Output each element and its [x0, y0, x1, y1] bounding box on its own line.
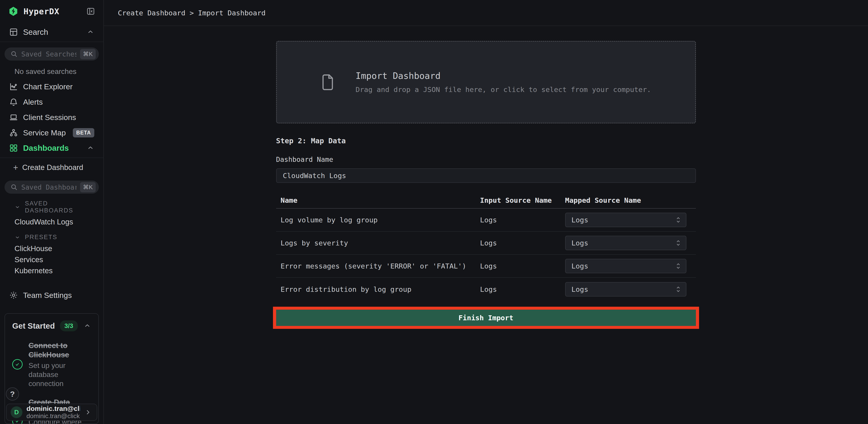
sidebar-item-clickhouse[interactable]: ClickHouse	[0, 243, 103, 254]
beta-badge: BETA	[73, 128, 94, 137]
finish-import-button[interactable]: Finish Import	[276, 309, 696, 326]
sidebar-item-team-settings[interactable]: Team Settings	[0, 288, 103, 303]
input-source-cell: Logs	[480, 262, 565, 270]
table-row: Error messages (severity 'ERROR' or 'FAT…	[276, 255, 696, 278]
table-row: Error distribution by log group Logs Log…	[276, 278, 696, 301]
hyperdx-logo-icon	[8, 6, 19, 17]
chart-name-cell: Error distribution by log group	[276, 285, 480, 293]
sidebar-item-cloudwatch-logs[interactable]: CloudWatch Logs	[0, 216, 103, 227]
chevron-up-icon	[84, 322, 91, 330]
saved-searches-input[interactable]	[21, 50, 76, 58]
help-button[interactable]: ?	[6, 387, 19, 400]
sidebar: HyperDX Search ⌘K No saved searches	[0, 0, 104, 424]
input-source-cell: Logs	[480, 285, 565, 293]
sidebar-item-label: Alerts	[23, 98, 43, 106]
chevron-down-icon	[14, 234, 20, 240]
select-chevrons-icon	[675, 286, 681, 293]
annotation-highlight: Finish Import	[273, 307, 699, 329]
selected-value: Logs	[571, 216, 588, 224]
sidebar-item-label: Dashboards	[23, 143, 69, 153]
chevron-down-icon	[14, 204, 20, 210]
chart-name-cell: Logs by severity	[276, 239, 480, 247]
import-dropzone[interactable]: Import Dashboard Drag and drop a JSON fi…	[276, 41, 696, 123]
column-header-mapped-source: Mapped Source Name	[565, 196, 696, 204]
breadcrumb: Create Dashboard > Import Dashboard	[118, 9, 266, 17]
column-header-name: Name	[276, 196, 480, 204]
sidebar-item-label: Search	[23, 28, 48, 37]
get-started-header[interactable]: Get Started 3/3	[12, 321, 91, 331]
group-label: SAVED DASHBOARDS	[25, 200, 94, 214]
saved-dashboards-search[interactable]: ⌘K	[4, 181, 99, 194]
sidebar-item-label: Chart Explorer	[23, 82, 72, 91]
selected-value: Logs	[571, 262, 588, 270]
mapped-source-select[interactable]: Logs	[565, 259, 686, 273]
content: Import Dashboard Drag and drop a JSON fi…	[104, 26, 868, 424]
preset-link-label: ClickHouse	[14, 244, 52, 253]
chevron-up-icon	[87, 28, 94, 36]
sidebar-item-search[interactable]: Search	[0, 23, 103, 41]
user-email: dominic.tran@clickh...	[27, 413, 80, 420]
progress-badge: 3/3	[60, 321, 78, 331]
gear-icon	[9, 291, 18, 300]
sidebar-item-kubernetes[interactable]: Kubernetes	[0, 265, 103, 276]
mapped-source-select[interactable]: Logs	[565, 282, 686, 296]
plus-icon: +	[13, 163, 18, 172]
selected-value: Logs	[571, 285, 588, 293]
mapped-source-select[interactable]: Logs	[565, 236, 686, 250]
dropzone-subtitle: Drag and drop a JSON file here, or click…	[355, 86, 651, 94]
check-circle-icon	[12, 359, 23, 369]
chart-explorer-icon	[9, 82, 18, 91]
no-saved-searches-text: No saved searches	[0, 61, 103, 79]
presets-group-header[interactable]: PRESETS	[0, 227, 103, 243]
saved-dashboards-input[interactable]	[21, 183, 76, 191]
chevron-up-icon	[87, 144, 94, 152]
service-map-icon	[9, 128, 18, 137]
select-chevrons-icon	[675, 262, 681, 270]
avatar: D	[11, 406, 22, 418]
sidebar-item-services[interactable]: Services	[0, 254, 103, 265]
checklist-desc: Set up your database connection	[29, 361, 91, 388]
checklist-item-connect[interactable]: Connect to ClickHouse Set up your databa…	[12, 341, 91, 388]
file-icon	[321, 73, 335, 91]
sidebar-item-alerts[interactable]: Alerts	[0, 94, 103, 109]
saved-searches-search[interactable]: ⌘K	[4, 47, 99, 61]
main-area: Create Dashboard > Import Dashboard Impo…	[104, 0, 868, 424]
sidebar-item-chart-explorer[interactable]: Chart Explorer	[0, 79, 103, 94]
step-title: Step 2: Map Data	[276, 136, 696, 145]
user-name: dominic.tran@clic...	[27, 405, 80, 413]
group-label: PRESETS	[25, 234, 57, 241]
dashboard-name-label: Dashboard Name	[276, 156, 696, 163]
sidebar-item-client-sessions[interactable]: Client Sessions	[0, 109, 103, 125]
chart-name-cell: Error messages (severity 'ERROR' or 'FAT…	[276, 262, 480, 270]
sidebar-item-dashboards[interactable]: Dashboards	[0, 140, 103, 158]
table-header-row: Name Input Source Name Mapped Source Nam…	[276, 192, 696, 208]
app-title: HyperDX	[24, 7, 81, 16]
mapping-table: Name Input Source Name Mapped Source Nam…	[276, 192, 696, 301]
divider	[0, 158, 103, 158]
sidebar-item-service-map[interactable]: Service Map BETA	[0, 125, 103, 140]
user-menu[interactable]: D dominic.tran@clic... dominic.tran@clic…	[6, 404, 97, 421]
table-row: Log volume by log group Logs Logs	[276, 208, 696, 232]
mapped-source-select[interactable]: Logs	[565, 213, 686, 227]
selected-value: Logs	[571, 239, 588, 247]
chart-name-cell: Log volume by log group	[276, 216, 480, 224]
input-source-cell: Logs	[480, 239, 565, 247]
bell-icon	[9, 97, 18, 106]
select-chevrons-icon	[675, 239, 681, 247]
divider	[0, 41, 103, 42]
dropzone-title: Import Dashboard	[355, 71, 651, 81]
create-dashboard-button[interactable]: + Create Dashboard	[0, 160, 103, 175]
input-source-cell: Logs	[480, 216, 565, 224]
app: HyperDX Search ⌘K No saved searches	[0, 0, 868, 424]
dashboard-name-input[interactable]	[276, 168, 696, 183]
shortcut-badge: ⌘K	[80, 182, 96, 192]
get-started-title: Get Started	[12, 321, 55, 330]
collapse-sidebar-icon[interactable]	[86, 7, 95, 16]
logo-row: HyperDX	[0, 0, 103, 23]
column-header-input-source: Input Source Name	[480, 196, 565, 204]
preset-link-label: Kubernetes	[14, 266, 53, 275]
create-dashboard-label: Create Dashboard	[22, 163, 83, 172]
checklist-title: Connect to ClickHouse	[29, 341, 91, 360]
saved-dashboards-group-header[interactable]: SAVED DASHBOARDS	[0, 194, 103, 216]
topbar: Create Dashboard > Import Dashboard	[104, 0, 868, 26]
